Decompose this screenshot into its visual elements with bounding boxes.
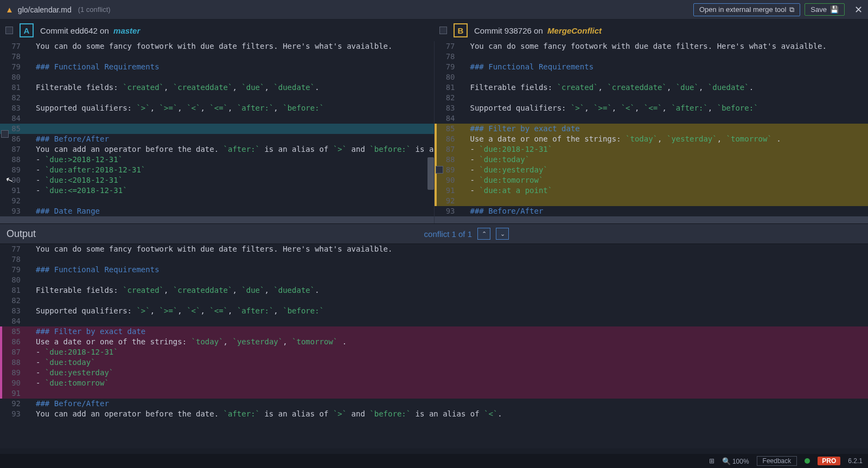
code-line[interactable]: 92 xyxy=(0,196,434,206)
code-line[interactable]: 83Supported qualifiers: `>`, `>=`, `<`, … xyxy=(0,306,868,316)
code-line[interactable]: 84 xyxy=(435,113,869,124)
code-line[interactable]: 85### Filter by exact date xyxy=(0,326,868,337)
status-indicator-icon xyxy=(805,458,810,464)
line-number: 91 xyxy=(435,185,461,196)
side-a-take-all-checkbox[interactable] xyxy=(5,27,13,34)
code-line[interactable]: 89- `due:yesterday` xyxy=(0,368,868,378)
hunk-a-checkbox[interactable] xyxy=(1,130,9,138)
output-pane[interactable]: 77You can do some fancy footwork with du… xyxy=(0,244,868,448)
code-line[interactable]: 85 xyxy=(0,124,434,134)
code-line[interactable]: 78 xyxy=(0,254,868,265)
close-icon[interactable]: ✕ xyxy=(854,4,863,16)
code-line[interactable]: 86Use a date or one of the strings: `tod… xyxy=(435,134,869,144)
code-line[interactable]: 87- `due:2018-12-31` xyxy=(0,347,868,357)
line-number: 81 xyxy=(0,82,26,93)
pane-b[interactable]: 77You can do some fancy footwork with du… xyxy=(434,41,869,223)
code-line[interactable]: 83Supported qualifiers: `>`, `>=`, `<`, … xyxy=(435,103,869,113)
code-body-output[interactable]: 77You can do some fancy footwork with du… xyxy=(0,244,868,448)
warning-icon: ▲ xyxy=(5,5,14,14)
line-number: 83 xyxy=(0,306,26,316)
side-b-take-all-checkbox[interactable] xyxy=(439,27,447,34)
code-line[interactable]: 78 xyxy=(0,52,434,62)
code-line[interactable]: 90- `due:tomorrow` xyxy=(0,378,868,388)
code-line[interactable]: 80 xyxy=(0,275,868,285)
code-line[interactable]: 91- `due:at a point` xyxy=(435,185,869,196)
line-number: 81 xyxy=(0,285,26,296)
grid-icon[interactable]: ⊞ xyxy=(709,457,714,465)
hunk-b-checkbox[interactable] xyxy=(436,166,443,174)
code-body-b[interactable]: 77You can do some fancy footwork with du… xyxy=(435,41,869,223)
zoom-control[interactable]: 🔍 100% xyxy=(722,457,749,465)
code-line[interactable]: 79### Functional Requirements xyxy=(0,265,868,275)
code-line[interactable]: 90- `due:<2018-12-31` xyxy=(0,175,434,185)
open-external-button[interactable]: Open in external merge tool ⧉ xyxy=(693,3,800,16)
code-line[interactable]: 89- `due:after:2018-12-31` xyxy=(0,165,434,175)
save-button[interactable]: Save 💾 xyxy=(805,3,845,16)
code-line[interactable]: 84 xyxy=(0,113,434,124)
line-number: 86 xyxy=(435,134,461,144)
code-line[interactable]: 93### Before/After xyxy=(435,206,869,216)
code-line[interactable]: 92### Before/After xyxy=(0,399,868,409)
code-line[interactable]: 89- `due:yesterday` xyxy=(435,165,869,175)
merge-topbar: ▲ glo/calendar.md (1 conflict) Open in e… xyxy=(0,0,868,20)
code-line[interactable]: 81Filterable fields: `created`, `created… xyxy=(435,82,869,93)
pane-a[interactable]: ↖ 77You can do some fancy footwork with … xyxy=(0,41,434,223)
chevron-up-icon: ⌃ xyxy=(482,230,487,238)
next-conflict-button[interactable]: ⌄ xyxy=(496,228,509,240)
code-line[interactable]: 87- `due:2018-12-31` xyxy=(435,144,869,155)
line-content: You can do some fancy footwork with due … xyxy=(26,244,868,254)
code-line[interactable]: 87You can add an operator before the dat… xyxy=(0,144,434,155)
code-line[interactable]: 90- `due:tomorrow` xyxy=(435,175,869,185)
code-line[interactable]: 83Supported qualifiers: `>`, `>=`, `<`, … xyxy=(0,103,434,113)
code-line[interactable]: 88- `due:>2018-12-31` xyxy=(0,155,434,165)
prev-conflict-button[interactable]: ⌃ xyxy=(477,228,490,240)
code-line[interactable]: 82 xyxy=(435,93,869,103)
line-content: ### Before/After xyxy=(26,399,868,409)
side-b-badge: B xyxy=(454,23,468,37)
line-number: 91 xyxy=(0,185,26,196)
code-line[interactable]: 86### Before/After xyxy=(0,134,434,144)
code-line[interactable]: 82 xyxy=(0,93,434,103)
code-line[interactable]: 80 xyxy=(0,72,434,82)
feedback-button[interactable]: Feedback xyxy=(757,456,797,466)
line-number: 87 xyxy=(0,144,26,155)
code-line[interactable]: 86Use a date or one of the strings: `tod… xyxy=(0,337,868,347)
side-a-branch: master xyxy=(113,26,140,35)
code-line-cutoff xyxy=(0,216,434,223)
code-line[interactable]: 93### Date Range xyxy=(0,206,434,216)
line-content: ### Functional Requirements xyxy=(26,265,868,275)
line-content: - `due:yesterday` xyxy=(461,165,869,175)
code-line[interactable]: 79### Functional Requirements xyxy=(0,62,434,72)
code-line[interactable]: 80 xyxy=(435,72,869,82)
line-content: You can do some fancy footwork with due … xyxy=(461,41,869,52)
code-line[interactable]: 77You can do some fancy footwork with du… xyxy=(0,244,868,254)
line-number: 93 xyxy=(0,409,26,419)
code-line[interactable]: 79### Functional Requirements xyxy=(435,62,869,72)
code-line[interactable]: 77You can do some fancy footwork with du… xyxy=(0,41,434,52)
save-icon: 💾 xyxy=(830,5,839,14)
code-line[interactable]: 91 xyxy=(0,388,868,399)
line-number: 82 xyxy=(0,296,26,306)
pro-badge: PRO xyxy=(818,457,840,465)
line-content xyxy=(461,52,869,62)
code-line[interactable]: 77You can do some fancy footwork with du… xyxy=(435,41,869,52)
line-content: - `due:<2018-12-31` xyxy=(26,175,434,185)
code-line[interactable]: 88- `due:today` xyxy=(435,155,869,165)
code-line[interactable]: 78 xyxy=(435,52,869,62)
code-line[interactable]: 88- `due:today` xyxy=(0,357,868,368)
code-body-a[interactable]: 77You can do some fancy footwork with du… xyxy=(0,41,434,223)
line-number: 84 xyxy=(0,316,26,326)
line-content: You can do some fancy footwork with due … xyxy=(26,41,434,52)
line-number: 85 xyxy=(435,124,461,134)
code-line[interactable]: 92 xyxy=(435,196,869,206)
code-line[interactable]: 93You can add an operator before the dat… xyxy=(0,409,868,419)
line-number: 78 xyxy=(435,52,461,62)
code-line[interactable]: 82 xyxy=(0,296,868,306)
code-line[interactable]: 91- `due:<=2018-12-31` xyxy=(0,185,434,196)
line-number: 84 xyxy=(0,113,26,124)
code-line[interactable]: 84 xyxy=(0,316,868,326)
code-line[interactable]: 85### Filter by exact date xyxy=(435,124,869,134)
code-line[interactable]: 81Filterable fields: `created`, `created… xyxy=(0,285,868,296)
code-line[interactable]: 81Filterable fields: `created`, `created… xyxy=(0,82,434,93)
scrollbar-thumb-a[interactable] xyxy=(427,157,434,190)
